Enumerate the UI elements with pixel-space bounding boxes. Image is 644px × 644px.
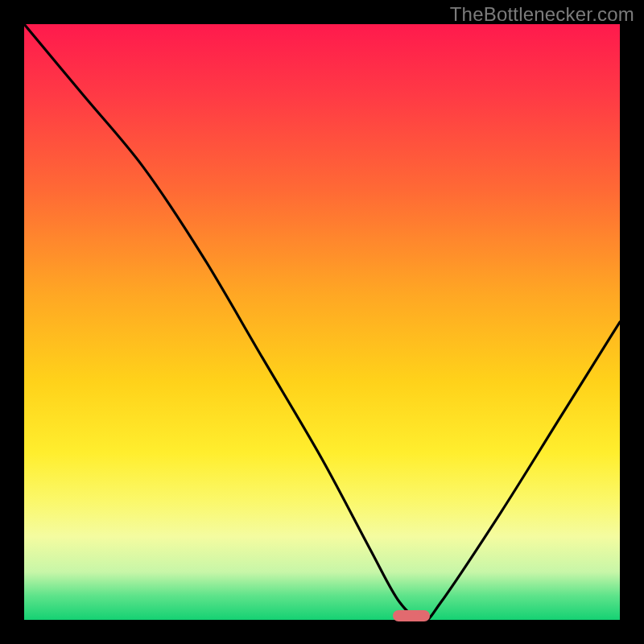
optimal-marker xyxy=(393,610,430,621)
watermark-text: TheBottlenecker.com xyxy=(450,3,634,26)
bottleneck-curve xyxy=(24,24,620,620)
chart-frame: TheBottlenecker.com xyxy=(0,0,644,644)
curve-svg xyxy=(24,24,620,620)
plot-area xyxy=(24,24,620,620)
